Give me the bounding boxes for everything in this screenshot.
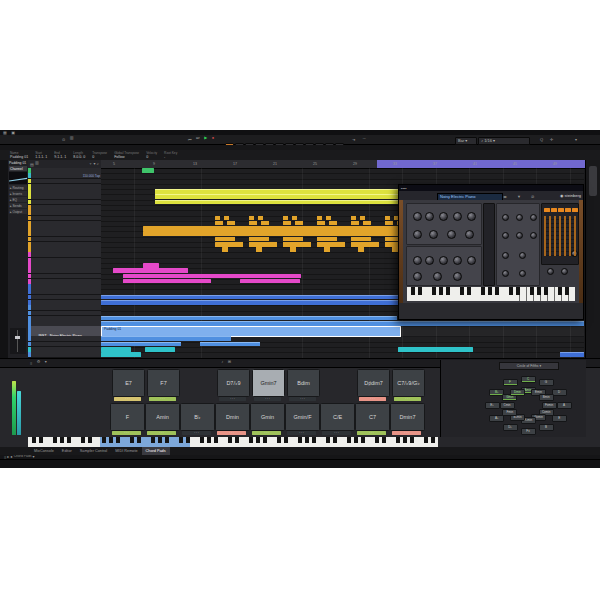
plugin-knob[interactable] xyxy=(425,256,434,265)
plugin-knob[interactable] xyxy=(467,256,476,265)
plugin-knob[interactable] xyxy=(516,214,523,221)
chord-pad-row1-1[interactable]: F7 xyxy=(147,369,180,397)
arrange-event[interactable] xyxy=(123,279,211,284)
lower-zone-tab-midi-remote[interactable]: MIDI Remote xyxy=(111,447,141,455)
plugin-knob[interactable] xyxy=(516,232,523,239)
chord-pad-minibar[interactable]: · · · xyxy=(217,431,246,435)
plugin-knob[interactable] xyxy=(519,270,526,277)
chord-pad-minibar[interactable]: · · · xyxy=(114,397,141,401)
chord-pad-row2-5[interactable]: Gmin/F xyxy=(285,403,320,431)
cof-chord-E♭[interactable]: E♭ xyxy=(485,402,500,409)
arp-step-cell[interactable] xyxy=(551,208,557,212)
cof-chord-E[interactable]: E xyxy=(552,415,567,422)
arrange-event[interactable] xyxy=(101,336,231,341)
autoscroll-icon[interactable]: ⇥ xyxy=(352,137,355,142)
iterative-quantize-icon[interactable]: Q xyxy=(540,137,543,142)
chord-pads-keyboard[interactable] xyxy=(28,437,438,447)
plugin-knob[interactable] xyxy=(502,252,509,259)
lower-zone-tab-chord-pads[interactable]: Chord Pads xyxy=(142,447,170,455)
preset-prev-icon[interactable]: ◂▸ xyxy=(503,194,507,199)
arrange-event[interactable] xyxy=(101,316,397,321)
plugin-knob[interactable] xyxy=(530,214,537,221)
chord-pad-minibar[interactable]: · · · xyxy=(359,397,386,401)
cof-chord-C[interactable]: C xyxy=(521,376,536,383)
plugin-knob[interactable] xyxy=(502,270,509,277)
lower-zone-tab-sampler-control[interactable]: Sampler Control xyxy=(76,447,111,455)
vertical-scrollbar[interactable] xyxy=(589,166,597,196)
plugin-knob[interactable] xyxy=(453,256,462,265)
plugin-knob[interactable] xyxy=(439,212,448,221)
arp-matrix[interactable] xyxy=(544,216,576,256)
chord-pads-menu-icon[interactable]: ≡ xyxy=(30,361,32,366)
info-field[interactable]: Root Key- xyxy=(164,151,177,160)
plugin-knob[interactable] xyxy=(453,212,462,221)
info-field[interactable]: End9.1.1. 1 xyxy=(54,151,66,160)
arrange-event[interactable] xyxy=(123,274,301,279)
plugin-knob[interactable] xyxy=(561,268,568,275)
plugin-knob[interactable] xyxy=(465,230,474,239)
cof-chord-F♯[interactable]: F♯ xyxy=(521,428,536,435)
track-search-icon[interactable]: ⌕ xyxy=(97,161,99,166)
plugin-knob[interactable] xyxy=(502,232,509,239)
chord-pad-minibar[interactable]: · · · xyxy=(149,397,176,401)
chord-pad-minibar[interactable]: · · · xyxy=(289,397,316,401)
info-field[interactable]: Transpose0 xyxy=(92,151,107,160)
plugin-knob[interactable] xyxy=(530,232,537,239)
chord-pads-grid-icon[interactable]: ⊞ xyxy=(228,359,231,364)
plugin-knob[interactable] xyxy=(447,230,456,239)
info-field[interactable]: Global TransposeFollow xyxy=(114,151,139,160)
toolbar-options-icon[interactable]: ▾ xyxy=(575,137,577,142)
circle-of-fifths-dropdown[interactable]: Circle of Fifths ▾ xyxy=(499,362,559,370)
plugin-knob[interactable] xyxy=(519,252,526,259)
cof-chord-D♭[interactable]: D♭ xyxy=(503,424,518,431)
cof-chord-B[interactable]: B xyxy=(539,424,554,431)
chord-pad-row2-4[interactable]: Gmin xyxy=(250,403,285,431)
arp-step-cell[interactable] xyxy=(558,208,564,212)
plugin-knob[interactable] xyxy=(425,212,434,221)
arrange-event[interactable] xyxy=(101,347,131,352)
cof-chord-Cmin[interactable]: Cmin xyxy=(500,402,515,409)
chord-pad-row2-7[interactable]: C7 xyxy=(355,403,390,431)
collapse-all-icon[interactable]: ▤ xyxy=(30,162,34,167)
arp-step-cell[interactable] xyxy=(544,208,550,212)
arp-step-cell[interactable] xyxy=(572,208,578,212)
chord-pad-minibar[interactable]: · · · xyxy=(252,431,281,435)
chord-pad-row2-2[interactable]: B♭ xyxy=(180,403,215,431)
track-filter-icon[interactable]: ▾ xyxy=(94,161,96,166)
arrange-event[interactable] xyxy=(101,352,141,357)
chord-pad-minibar[interactable]: · · · xyxy=(112,431,141,435)
arrange-event[interactable] xyxy=(113,268,188,273)
preset-save-icon[interactable]: ▼ xyxy=(517,194,521,199)
plugin-knob[interactable] xyxy=(467,212,476,221)
plugin-knob[interactable] xyxy=(413,256,422,265)
plugin-bypass-icon[interactable]: ⊘ xyxy=(531,194,534,199)
chord-pad-row2-8[interactable]: Dmin7 xyxy=(390,403,425,431)
chord-pad-row1-8[interactable]: C7/♭9/G♭ xyxy=(392,369,425,397)
chord-pad-minibar[interactable]: · · · xyxy=(322,431,351,435)
chord-pad-minibar[interactable]: · · · xyxy=(287,431,316,435)
cof-chord-F[interactable]: F xyxy=(503,379,518,386)
plugin-knob[interactable] xyxy=(413,230,422,239)
info-field[interactable]: NamePadding 01 xyxy=(10,151,28,160)
cof-chord-D[interactable]: D xyxy=(552,389,567,396)
plugin-knob[interactable] xyxy=(433,272,442,281)
cof-chord-G[interactable]: G xyxy=(539,379,554,386)
chord-pads-note-icon[interactable]: ♪ xyxy=(221,359,223,364)
plugin-knob[interactable] xyxy=(439,256,448,265)
chord-pad-row1-5[interactable]: Bdim xyxy=(287,369,320,397)
chord-pad-row2-0[interactable]: F xyxy=(110,403,145,431)
arrange-event[interactable] xyxy=(143,263,159,268)
cof-chord-Bmin[interactable]: Bmin xyxy=(539,394,554,401)
rewind-icon[interactable]: ⏮ xyxy=(188,137,192,142)
arrange-event[interactable] xyxy=(145,347,175,352)
chord-pad-minibar[interactable]: · · · xyxy=(392,431,421,435)
arrange-event[interactable] xyxy=(142,168,154,173)
lower-zone-tab-editor[interactable]: Editor xyxy=(58,447,76,455)
chord-pad-row1-4[interactable]: Gmin7 xyxy=(252,369,285,397)
chord-pad-row1-0[interactable]: E7 xyxy=(112,369,145,397)
arrange-event[interactable] xyxy=(101,342,181,347)
plugin-knob[interactable] xyxy=(429,230,438,239)
cof-chord-Dmin[interactable]: Dmin xyxy=(510,389,525,396)
add-track-button[interactable]: ＋ xyxy=(88,161,92,166)
plugin-keyboard[interactable] xyxy=(407,287,575,301)
